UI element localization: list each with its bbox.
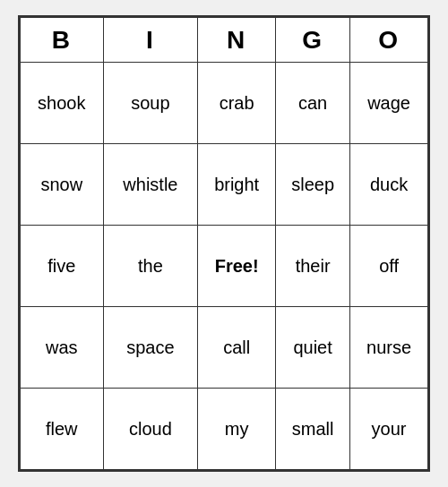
table-cell: off: [350, 226, 428, 307]
table-cell: space: [103, 307, 198, 389]
table-row: fivetheFree!theiroff: [21, 226, 428, 307]
table-cell: your: [350, 389, 428, 470]
table-cell: snow: [21, 144, 104, 226]
bingo-table: B I N G O shooksoupcrabcanwagesnowwhistl…: [20, 17, 428, 470]
table-cell: their: [276, 226, 350, 307]
table-cell: wage: [350, 63, 428, 144]
header-g: G: [276, 18, 350, 63]
table-cell: was: [21, 307, 104, 389]
table-cell: nurse: [350, 307, 428, 389]
table-row: snowwhistlebrightsleepduck: [21, 144, 428, 226]
table-cell: flew: [21, 389, 104, 470]
table-cell: Free!: [198, 226, 276, 307]
table-row: wasspacecallquietnurse: [21, 307, 428, 389]
header-n: N: [198, 18, 276, 63]
header-o: O: [350, 18, 428, 63]
table-cell: bright: [198, 144, 276, 226]
table-cell: sleep: [276, 144, 350, 226]
table-cell: cloud: [103, 389, 198, 470]
table-cell: quiet: [276, 307, 350, 389]
table-cell: small: [276, 389, 350, 470]
table-cell: five: [21, 226, 104, 307]
header-b: B: [21, 18, 104, 63]
table-cell: shook: [21, 63, 104, 144]
header-i: I: [103, 18, 198, 63]
bingo-body: shooksoupcrabcanwagesnowwhistlebrightsle…: [21, 63, 428, 470]
table-cell: call: [198, 307, 276, 389]
table-cell: soup: [103, 63, 198, 144]
table-cell: my: [198, 389, 276, 470]
table-cell: crab: [198, 63, 276, 144]
table-cell: can: [276, 63, 350, 144]
table-cell: whistle: [103, 144, 198, 226]
table-row: shooksoupcrabcanwage: [21, 63, 428, 144]
bingo-card: B I N G O shooksoupcrabcanwagesnowwhistl…: [18, 15, 430, 472]
table-cell: the: [103, 226, 198, 307]
header-row: B I N G O: [21, 18, 428, 63]
table-row: flewcloudmysmallyour: [21, 389, 428, 470]
table-cell: duck: [350, 144, 428, 226]
